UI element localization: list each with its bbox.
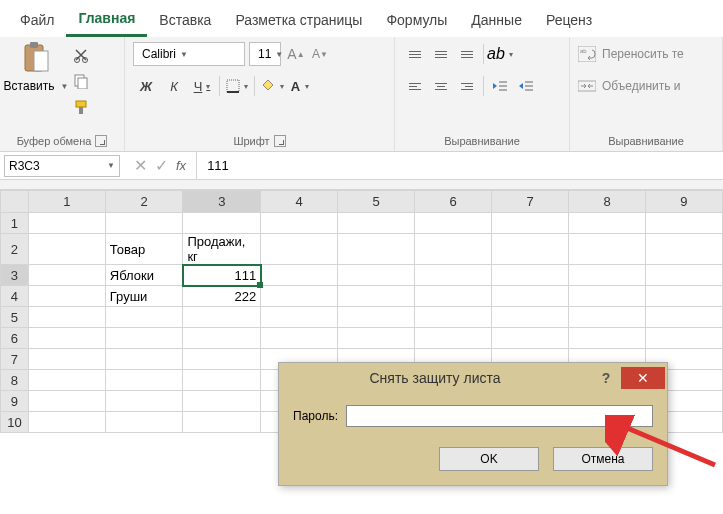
cell[interactable] [645, 286, 722, 307]
cell[interactable] [28, 265, 105, 286]
cell[interactable] [415, 234, 492, 265]
cell[interactable] [183, 391, 261, 412]
increase-indent-button[interactable] [514, 75, 538, 97]
cell[interactable] [183, 328, 261, 349]
column-header[interactable]: 4 [261, 191, 338, 213]
font-size-select[interactable]: 11▼ [249, 42, 281, 66]
row-header[interactable]: 9 [1, 391, 29, 412]
name-box[interactable]: R3C3▼ [4, 155, 120, 177]
cell[interactable] [569, 265, 646, 286]
cell[interactable]: Товар [105, 234, 183, 265]
cell[interactable] [492, 328, 569, 349]
cell[interactable]: Продажи, кг [183, 234, 261, 265]
borders-button[interactable]: ▾ [224, 74, 250, 98]
format-painter-button[interactable] [70, 96, 92, 118]
merge-cells-button[interactable]: Объединить и [578, 73, 714, 99]
tab-file[interactable]: Файл [8, 6, 66, 36]
row-header[interactable]: 8 [1, 370, 29, 391]
password-input[interactable] [346, 405, 653, 427]
cell-selected[interactable]: 111 [183, 265, 261, 286]
align-bottom-button[interactable] [455, 43, 479, 65]
cell[interactable] [338, 307, 415, 328]
column-header[interactable]: 6 [415, 191, 492, 213]
cell[interactable] [338, 213, 415, 234]
cell[interactable] [492, 307, 569, 328]
row-header[interactable]: 10 [1, 412, 29, 433]
cell[interactable] [183, 370, 261, 391]
cell[interactable] [338, 286, 415, 307]
fx-icon[interactable]: fx [176, 158, 186, 173]
cell[interactable] [183, 213, 261, 234]
copy-button[interactable] [70, 70, 92, 92]
tab-review[interactable]: Реценз [534, 6, 604, 36]
cut-button[interactable] [70, 44, 92, 66]
tab-home[interactable]: Главная [66, 4, 147, 37]
align-right-button[interactable] [455, 75, 479, 97]
underline-button[interactable]: Ч▾ [189, 74, 215, 98]
cell[interactable] [183, 349, 261, 370]
cell[interactable] [28, 234, 105, 265]
cell[interactable] [569, 213, 646, 234]
cell[interactable]: 222 [183, 286, 261, 307]
column-header[interactable]: 8 [569, 191, 646, 213]
cell[interactable] [338, 328, 415, 349]
cell[interactable] [569, 328, 646, 349]
accept-formula-icon[interactable]: ✓ [155, 156, 168, 175]
cell[interactable] [492, 213, 569, 234]
cell[interactable] [261, 234, 338, 265]
close-button[interactable]: ✕ [621, 367, 665, 389]
column-header[interactable]: 9 [645, 191, 722, 213]
align-middle-button[interactable] [429, 43, 453, 65]
decrease-font-button[interactable]: A▼ [309, 43, 331, 65]
cell[interactable] [28, 286, 105, 307]
cell[interactable] [261, 213, 338, 234]
cell[interactable] [492, 234, 569, 265]
bold-button[interactable]: Ж [133, 74, 159, 98]
tab-data[interactable]: Данные [459, 6, 534, 36]
tab-formulas[interactable]: Формулы [374, 6, 459, 36]
row-header[interactable]: 6 [1, 328, 29, 349]
cell[interactable] [28, 328, 105, 349]
cell[interactable] [415, 213, 492, 234]
cell[interactable] [105, 412, 183, 433]
cell[interactable] [569, 234, 646, 265]
cell[interactable] [492, 265, 569, 286]
align-center-button[interactable] [429, 75, 453, 97]
row-header[interactable]: 3 [1, 265, 29, 286]
cell[interactable] [415, 286, 492, 307]
cell[interactable] [415, 328, 492, 349]
cell[interactable] [645, 265, 722, 286]
cell[interactable] [261, 328, 338, 349]
cell[interactable] [105, 349, 183, 370]
paste-button[interactable]: Вставить▼ [8, 41, 64, 121]
row-header[interactable]: 7 [1, 349, 29, 370]
ok-button[interactable]: OK [439, 447, 539, 471]
cell[interactable] [105, 213, 183, 234]
select-all-corner[interactable] [1, 191, 29, 213]
cell[interactable] [183, 307, 261, 328]
row-header[interactable]: 2 [1, 234, 29, 265]
cell[interactable]: Груши [105, 286, 183, 307]
italic-button[interactable]: К [161, 74, 187, 98]
font-name-select[interactable]: Calibri▼ [133, 42, 245, 66]
cell[interactable] [492, 286, 569, 307]
cell[interactable] [569, 286, 646, 307]
tab-insert[interactable]: Вставка [147, 6, 223, 36]
cell[interactable] [569, 307, 646, 328]
column-header[interactable]: 7 [492, 191, 569, 213]
cell[interactable] [415, 307, 492, 328]
decrease-indent-button[interactable] [488, 75, 512, 97]
cell[interactable] [105, 370, 183, 391]
column-header[interactable]: 2 [105, 191, 183, 213]
align-top-button[interactable] [403, 43, 427, 65]
column-header[interactable]: 1 [28, 191, 105, 213]
cancel-button[interactable]: Отмена [553, 447, 653, 471]
cell[interactable] [261, 265, 338, 286]
help-icon[interactable]: ? [591, 370, 621, 386]
dialog-launcher-icon[interactable] [95, 135, 107, 147]
fill-color-button[interactable]: ▾ [259, 74, 285, 98]
column-header[interactable]: 5 [338, 191, 415, 213]
tab-layout[interactable]: Разметка страницы [223, 6, 374, 36]
row-header[interactable]: 1 [1, 213, 29, 234]
cell[interactable] [105, 307, 183, 328]
